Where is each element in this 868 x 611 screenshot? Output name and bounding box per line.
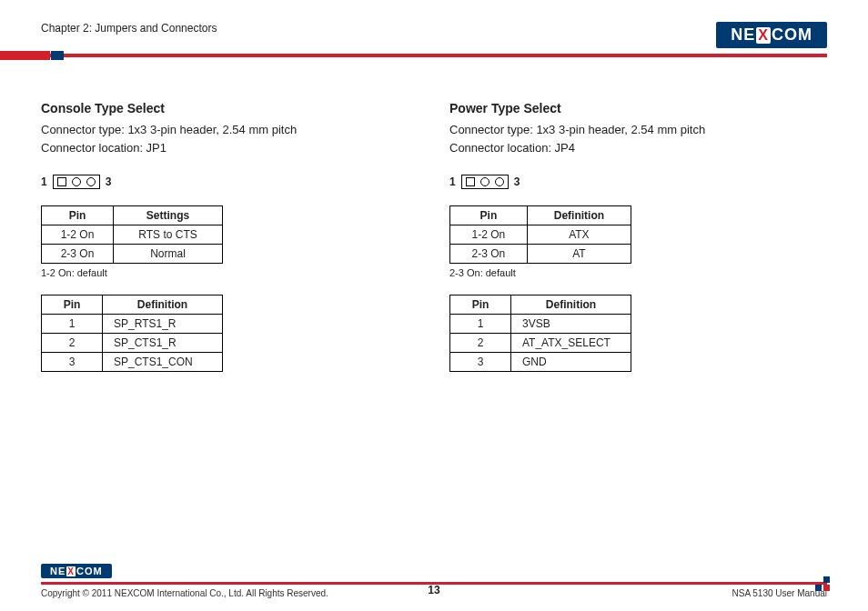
jumper-diagram: 1 3: [449, 175, 827, 189]
table-row: 2 SP_CTS1_R: [42, 334, 223, 353]
pin-label-1: 1: [449, 175, 456, 188]
pin-square-icon: [466, 177, 475, 186]
page-footer: NEXCOM Copyright © 2011 NEXCOM Internati…: [41, 582, 827, 598]
header-accent-blue: [51, 51, 64, 60]
table-row: 2-3 On AT: [450, 245, 631, 264]
sq-blue: [823, 576, 830, 583]
cell: 2-3 On: [450, 245, 528, 264]
logo-pre: NE: [50, 566, 66, 576]
table-row: 1-2 On ATX: [450, 225, 631, 245]
cell: Normal: [114, 245, 223, 264]
section-desc: Connector type: 1x3 3-pin header, 2.54 m…: [449, 121, 827, 156]
section-title: Power Type Select: [449, 101, 827, 115]
cell: RTS to CTS: [114, 225, 223, 245]
definition-table: Pin Definition 1 3VSB 2 AT_ATX_SELECT 3 …: [449, 295, 631, 372]
pin-circle-icon: [480, 177, 490, 186]
table-row: Pin Definition: [450, 206, 631, 225]
table-row: 2 AT_ATX_SELECT: [450, 334, 631, 353]
desc-line2: Connector location: JP4: [449, 141, 575, 155]
pin-label-3: 3: [514, 175, 520, 188]
cell: 1: [42, 315, 103, 334]
pin-square-icon: [57, 177, 66, 186]
table-row: 3 GND: [450, 353, 631, 372]
settings-table: Pin Definition 1-2 On ATX 2-3 On AT: [449, 205, 631, 264]
th-pin: Pin: [42, 295, 103, 315]
jumper-box: [461, 175, 509, 189]
definition-table: Pin Definition 1 SP_RTS1_R 2 SP_CTS1_R 3…: [41, 295, 223, 372]
th-definition: Definition: [103, 295, 223, 315]
table-row: Pin Settings: [42, 206, 223, 225]
logo-x-icon: X: [756, 27, 771, 44]
logo-pre: NE: [731, 25, 755, 45]
th-pin: Pin: [450, 206, 528, 225]
cell: 2: [450, 334, 511, 353]
copyright: Copyright © 2011 NEXCOM International Co…: [41, 588, 328, 598]
cell: 2-3 On: [42, 245, 114, 264]
sq: [815, 576, 822, 583]
cell: AT_ATX_SELECT: [511, 334, 631, 353]
cell: 3VSB: [511, 315, 631, 334]
cell: 1: [450, 315, 511, 334]
cell: SP_RTS1_R: [103, 315, 223, 334]
sq-blue: [815, 585, 822, 591]
logo-post: COM: [76, 566, 103, 576]
table-row: 1 3VSB: [450, 315, 631, 334]
header-accent-red: [0, 51, 50, 60]
header-divider: [41, 54, 827, 57]
footer-squares-icon: [815, 576, 831, 592]
cell: 1-2 On: [42, 225, 114, 245]
table-row: 2-3 On Normal: [42, 245, 223, 264]
desc-line1: Connector type: 1x3 3-pin header, 2.54 m…: [41, 123, 297, 136]
power-type-section: Power Type Select Connector type: 1x3 3-…: [449, 101, 827, 372]
settings-table: Pin Settings 1-2 On RTS to CTS 2-3 On No…: [41, 205, 223, 264]
table-row: Pin Definition: [450, 295, 631, 315]
jumper-diagram: 1 3: [41, 175, 419, 189]
cell: 2: [42, 334, 103, 353]
default-note: 2-3 On: default: [449, 267, 827, 278]
table-row: 3 SP_CTS1_CON: [42, 353, 223, 372]
pin-circle-icon: [72, 177, 81, 186]
logo-post: COM: [772, 25, 812, 45]
cell: 1-2 On: [450, 225, 528, 245]
desc-line2: Connector location: JP1: [41, 141, 167, 155]
th-pin: Pin: [42, 206, 114, 225]
cell: SP_CTS1_CON: [103, 353, 223, 372]
section-desc: Connector type: 1x3 3-pin header, 2.54 m…: [41, 121, 419, 156]
th-definition: Definition: [511, 295, 631, 315]
th-settings: Settings: [114, 206, 223, 225]
default-note: 1-2 On: default: [41, 267, 419, 278]
table-row: 1-2 On RTS to CTS: [42, 225, 223, 245]
manual-name: NSA 5130 User Manual: [732, 588, 827, 598]
pin-circle-icon: [86, 177, 96, 186]
pin-label-3: 3: [106, 175, 112, 188]
section-title: Console Type Select: [41, 101, 419, 115]
desc-line1: Connector type: 1x3 3-pin header, 2.54 m…: [449, 123, 705, 136]
page-number: 13: [428, 584, 439, 596]
chapter-title: Chapter 2: Jumpers and Connectors: [41, 22, 217, 35]
console-type-section: Console Type Select Connector type: 1x3 …: [41, 101, 419, 372]
sq-red: [823, 585, 830, 591]
cell: ATX: [527, 225, 631, 245]
table-row: 1 SP_RTS1_R: [42, 315, 223, 334]
cell: 3: [42, 353, 103, 372]
pin-circle-icon: [495, 177, 504, 186]
cell: AT: [527, 245, 631, 264]
table-row: Pin Definition: [42, 295, 223, 315]
footer-logo: NEXCOM: [41, 564, 112, 578]
logo-x-icon: X: [66, 566, 76, 576]
pin-label-1: 1: [41, 175, 47, 188]
th-pin: Pin: [450, 295, 511, 315]
cell: 3: [450, 353, 511, 372]
cell: SP_CTS1_R: [103, 334, 223, 353]
th-definition: Definition: [527, 206, 631, 225]
cell: GND: [511, 353, 631, 372]
nexcom-logo: NEXCOM: [716, 22, 827, 48]
jumper-box: [53, 175, 100, 189]
